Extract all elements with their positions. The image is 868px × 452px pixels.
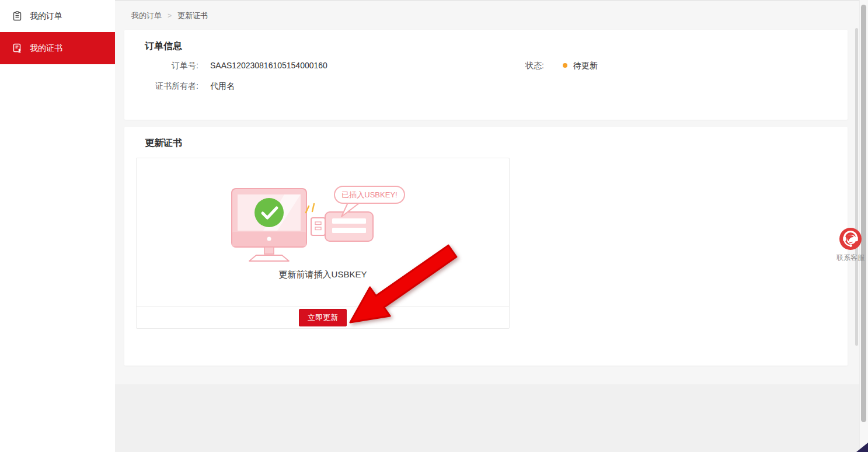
button-row: 立即更新 xyxy=(137,306,509,328)
app-window: 我的订单 我的证书 我的订单 > 更新证书 订单信 xyxy=(0,0,868,452)
breadcrumb: 我的订单 > 更新证书 xyxy=(115,1,868,30)
certificate-icon xyxy=(12,43,22,53)
monitor-usbkey-illustration: 已插入USBKEY! xyxy=(224,184,422,266)
bubble-text: 已插入USBKEY! xyxy=(341,190,397,199)
sidebar: 我的订单 我的证书 xyxy=(0,0,115,452)
usbkey-caption: 更新前请插入USBKEY xyxy=(279,269,367,280)
status-value: 待更新 xyxy=(573,60,598,71)
cert-owner-label: 证书所有者: xyxy=(124,80,198,92)
content-scrollbar-thumb[interactable] xyxy=(855,28,858,346)
main-content: 我的订单 > 更新证书 订单信息 订单号: SAAS12023081610515… xyxy=(115,0,868,452)
status-dot xyxy=(563,63,567,68)
breadcrumb-current-page: 更新证书 xyxy=(177,11,208,21)
content-container: 我的订单 > 更新证书 订单信息 订单号: SAAS12023081610515… xyxy=(115,0,868,384)
order-number-value: SAAS120230816105154000160 xyxy=(210,60,327,71)
update-now-button[interactable]: 立即更新 xyxy=(299,309,347,326)
order-info-card: 订单信息 订单号: SAAS120230816105154000160 状态: … xyxy=(124,30,848,120)
sidebar-item-label: 我的订单 xyxy=(30,11,62,22)
update-card-title: 更新证书 xyxy=(124,127,848,149)
sidebar-item-label: 我的证书 xyxy=(30,43,62,54)
clipboard-icon xyxy=(12,11,22,21)
contact-support-label: 联系客服 xyxy=(836,253,864,263)
contact-support-widget[interactable]: 联系客服 xyxy=(834,228,867,263)
order-number-label: 订单号: xyxy=(124,60,198,71)
corner-decoration xyxy=(856,443,868,452)
update-cert-card: 更新证书 xyxy=(124,127,848,366)
checkmark-icon xyxy=(255,198,284,227)
cert-owner-value: 代用名 xyxy=(210,80,235,92)
breadcrumb-separator: > xyxy=(168,12,172,20)
breadcrumb-orders-link[interactable]: 我的订单 xyxy=(131,11,162,21)
page-scrollbar-track[interactable] xyxy=(859,0,868,452)
usbkey-illustration: 已插入USBKEY! 更新前请插入USBKEY xyxy=(137,158,509,306)
sidebar-item-orders[interactable]: 我的订单 xyxy=(0,0,115,32)
customer-service-icon xyxy=(839,228,862,250)
order-card-title: 订单信息 xyxy=(124,30,848,53)
sidebar-item-certificates[interactable]: 我的证书 xyxy=(0,32,115,64)
page-scrollbar-thumb[interactable] xyxy=(861,5,866,422)
status-label: 状态: xyxy=(525,60,544,71)
usbkey-panel: 已插入USBKEY! 更新前请插入USBKEY 立即更新 xyxy=(136,158,510,329)
